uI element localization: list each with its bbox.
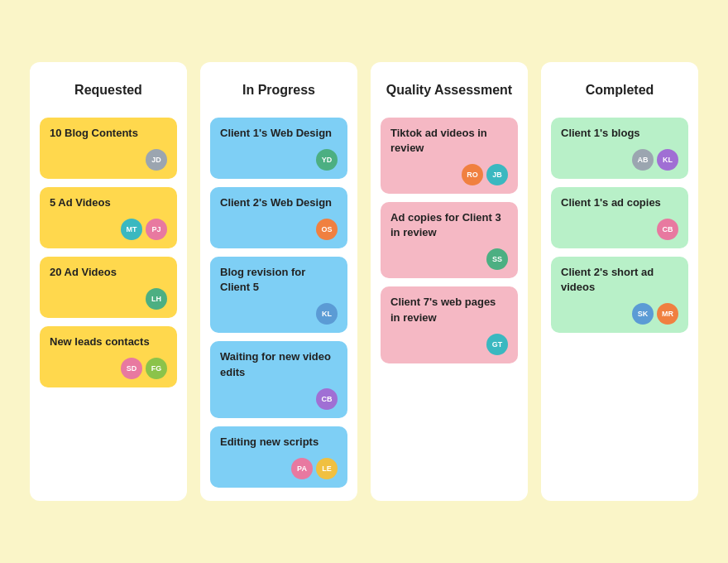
card-avatars-ad-videos-5: MTPJ: [50, 219, 167, 240]
card-avatars-new-leads: SDFG: [50, 358, 167, 379]
avatar-sd: SD: [121, 358, 142, 379]
card-avatars-client2-short-videos: SKMR: [561, 303, 678, 325]
card-text-client2-web: Client 2's Web Design: [220, 195, 338, 210]
card-client1-web[interactable]: Client 1's Web DesignYD: [210, 118, 347, 179]
column-in-progress: In ProgressClient 1's Web DesignYDClient…: [200, 62, 357, 501]
avatar-lh: LH: [146, 288, 167, 310]
avatar-sk: SK: [632, 303, 654, 325]
avatar-yd: YD: [316, 149, 338, 171]
card-text-client1-blogs: Client 1's blogs: [561, 126, 678, 141]
card-text-blog-contents: 10 Blog Contents: [50, 126, 167, 141]
card-new-leads[interactable]: New leads contactsSDFG: [40, 326, 177, 387]
avatar-cb: CB: [657, 219, 678, 240]
card-client7-web[interactable]: Client 7's web pages in reviewGT: [381, 286, 518, 363]
column-header-in-progress: In Progress: [210, 75, 347, 109]
avatar-os: OS: [316, 219, 338, 240]
avatar-gt: GT: [486, 334, 508, 355]
card-avatars-editing-scripts: PALE: [220, 458, 338, 479]
avatar-jd: JD: [146, 149, 167, 171]
card-avatars-ad-videos-20: LH: [50, 288, 167, 310]
avatar-kl: KL: [316, 303, 338, 325]
card-text-waiting-video: Waiting for new video edits: [220, 349, 338, 379]
card-text-new-leads: New leads contacts: [50, 334, 167, 349]
card-avatars-tiktok-videos: ROJB: [390, 164, 508, 185]
card-avatars-client2-web: OS: [220, 219, 338, 240]
card-text-ad-videos-20: 20 Ad Videos: [50, 265, 167, 280]
card-ad-videos-5[interactable]: 5 Ad VideosMTPJ: [40, 187, 177, 248]
card-text-blog-revision: Blog revision for Client 5: [220, 265, 338, 295]
card-client2-web[interactable]: Client 2's Web DesignOS: [210, 187, 347, 248]
column-header-completed: Completed: [551, 75, 688, 109]
card-editing-scripts[interactable]: Editing new scriptsPALE: [210, 426, 347, 488]
kanban-board: Requested10 Blog ContentsJD5 Ad VideosMT…: [10, 42, 718, 521]
avatar-mt: MT: [121, 219, 142, 240]
card-client2-short-videos[interactable]: Client 2's short ad videosSKMR: [551, 257, 688, 333]
column-header-requested: Requested: [40, 75, 177, 109]
card-avatars-waiting-video: CB: [220, 388, 338, 410]
card-blog-contents[interactable]: 10 Blog ContentsJD: [40, 118, 177, 179]
card-client1-blogs[interactable]: Client 1's blogsABKL: [551, 118, 688, 179]
card-avatars-client7-web: GT: [390, 334, 508, 355]
card-avatars-ad-copies-client3: SS: [390, 248, 508, 270]
card-avatars-blog-contents: JD: [50, 149, 167, 171]
card-client1-ad-copies[interactable]: Client 1's ad copiesCB: [551, 187, 688, 248]
card-text-ad-copies-client3: Ad copies for Client 3 in review: [390, 210, 508, 240]
avatar-ab: AB: [632, 149, 654, 171]
card-avatars-client1-ad-copies: CB: [561, 219, 678, 240]
card-ad-copies-client3[interactable]: Ad copies for Client 3 in reviewSS: [381, 202, 518, 278]
card-text-tiktok-videos: Tiktok ad videos in review: [390, 126, 508, 156]
card-avatars-client1-web: YD: [220, 149, 338, 171]
card-avatars-client1-blogs: ABKL: [561, 149, 678, 171]
card-text-client7-web: Client 7's web pages in review: [390, 295, 508, 325]
avatar-jb: JB: [486, 164, 508, 185]
column-header-quality-assessment: Quality Assessment: [381, 75, 518, 109]
card-text-client2-short-videos: Client 2's short ad videos: [561, 265, 678, 295]
avatar-mr: MR: [657, 303, 678, 325]
column-completed: CompletedClient 1's blogsABKLClient 1's …: [541, 62, 698, 501]
column-requested: Requested10 Blog ContentsJD5 Ad VideosMT…: [30, 62, 187, 501]
avatar-le: LE: [316, 458, 338, 479]
card-text-editing-scripts: Editing new scripts: [220, 435, 338, 450]
column-quality-assessment: Quality AssessmentTiktok ad videos in re…: [371, 62, 528, 501]
card-avatars-blog-revision: KL: [220, 303, 338, 325]
avatar-pj: PJ: [146, 219, 167, 240]
avatar-ss: SS: [486, 248, 508, 270]
card-text-client1-web: Client 1's Web Design: [220, 126, 338, 141]
avatar-kl: KL: [657, 149, 678, 171]
card-text-ad-videos-5: 5 Ad Videos: [50, 195, 167, 210]
avatar-fg: FG: [146, 358, 167, 379]
card-text-client1-ad-copies: Client 1's ad copies: [561, 195, 678, 210]
card-blog-revision[interactable]: Blog revision for Client 5KL: [210, 257, 347, 333]
avatar-cb: CB: [316, 388, 338, 410]
card-ad-videos-20[interactable]: 20 Ad VideosLH: [40, 257, 177, 318]
avatar-ro: RO: [462, 164, 483, 185]
card-waiting-video[interactable]: Waiting for new video editsCB: [210, 341, 347, 417]
card-tiktok-videos[interactable]: Tiktok ad videos in reviewROJB: [381, 118, 518, 194]
avatar-pa: PA: [291, 458, 313, 479]
